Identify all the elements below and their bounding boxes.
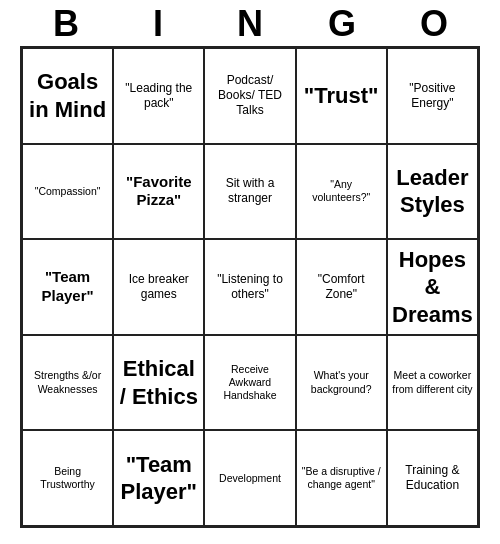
bingo-letter: G <box>319 6 365 42</box>
bingo-cell: Being Trustworthy <box>22 430 113 526</box>
bingo-cell: Development <box>204 430 295 526</box>
bingo-cell: "Comfort Zone" <box>296 239 387 335</box>
bingo-cell: Training & Education <box>387 430 478 526</box>
bingo-cell: Ice breaker games <box>113 239 204 335</box>
bingo-cell: "Be a disruptive / change agent" <box>296 430 387 526</box>
bingo-cell: Hopes & Dreams <box>387 239 478 335</box>
bingo-letter: B <box>43 6 89 42</box>
bingo-cell: Meet a coworker from different city <box>387 335 478 431</box>
bingo-letter: O <box>411 6 457 42</box>
bingo-cell: "Listening to others" <box>204 239 295 335</box>
bingo-cell: Goals in Mind <box>22 48 113 144</box>
bingo-cell: What's your background? <box>296 335 387 431</box>
bingo-cell: Sit with a stranger <box>204 144 295 240</box>
bingo-cell: "Team Player" <box>113 430 204 526</box>
bingo-cell: Strengths &/or Weaknesses <box>22 335 113 431</box>
bingo-cell: "Team Player" <box>22 239 113 335</box>
bingo-cell: "Any volunteers?" <box>296 144 387 240</box>
bingo-cell: "Favorite Pizza" <box>113 144 204 240</box>
bingo-letter: I <box>135 6 181 42</box>
bingo-cell: "Leading the pack" <box>113 48 204 144</box>
bingo-cell: "Trust" <box>296 48 387 144</box>
bingo-cell: Ethical / Ethics <box>113 335 204 431</box>
bingo-grid: Goals in Mind"Leading the pack"Podcast/ … <box>20 46 480 528</box>
bingo-cell: Podcast/ Books/ TED Talks <box>204 48 295 144</box>
bingo-cell: Receive Awkward Handshake <box>204 335 295 431</box>
bingo-cell: "Compassion" <box>22 144 113 240</box>
bingo-letter: N <box>227 6 273 42</box>
bingo-title: BINGO <box>20 0 480 46</box>
bingo-cell: Leader Styles <box>387 144 478 240</box>
bingo-cell: "Positive Energy" <box>387 48 478 144</box>
